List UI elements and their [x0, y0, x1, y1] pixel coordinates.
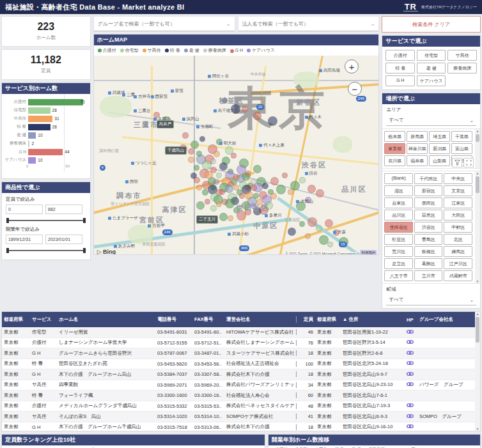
map-bubble-care[interactable] [214, 179, 219, 185]
table-header-cell[interactable]: サービス [30, 316, 57, 323]
table-row[interactable]: 東京都サ高住そんぽの家S 烏山03-5314-102003-5314-10..S… [2, 412, 480, 422]
area-dropdown[interactable]: すべて ⌄ [386, 115, 476, 126]
prefecture-button[interactable]: 東京都 [384, 143, 405, 154]
focus-mode-icon[interactable] [463, 158, 474, 167]
municipality-button[interactable]: 武蔵野市 [444, 270, 472, 281]
map-bubble-sako[interactable] [305, 233, 311, 239]
prefecture-button[interactable]: 石川県 [384, 155, 405, 166]
prefecture-scrollbar[interactable]: ▲ [475, 129, 480, 168]
table-row[interactable]: 東京都G H木下の介護 グループホーム千歳烏山03-5315-751803-53… [2, 422, 480, 432]
table-row[interactable]: 東京都G Hグループホームきらら世田谷野沢03-5787-006703-3487… [2, 348, 480, 359]
municipality-button[interactable]: 葛飾区 [414, 258, 443, 269]
map-bubble-tokuyo[interactable] [268, 116, 277, 126]
municipality-button[interactable]: 中野区 [444, 222, 472, 233]
slider-handle-left[interactable] [6, 218, 9, 223]
map-bubble-ryoyo[interactable] [210, 158, 216, 164]
municipality-button[interactable]: 板橋区 [414, 246, 443, 257]
prefecture-button[interactable]: 福井県 [407, 155, 428, 166]
municipality-button[interactable]: 台東区 [384, 197, 413, 208]
map-bubble-roken[interactable] [196, 155, 206, 164]
map-bubble-sako[interactable] [214, 151, 220, 157]
map-zoom-out-button[interactable]: − [348, 82, 362, 96]
map-bubble-sako[interactable] [196, 185, 202, 190]
map-bubble-kaigo[interactable] [190, 141, 199, 149]
municipality-button[interactable]: 立川市 [414, 270, 443, 281]
map-bubble-kaigo[interactable] [253, 165, 261, 173]
municipality-button[interactable]: 江東区 [444, 197, 472, 208]
prefecture-button[interactable]: 神奈川県 [407, 143, 428, 154]
map-bubble-gh[interactable] [251, 185, 257, 191]
map-bubble-tokuyo[interactable] [219, 162, 228, 171]
municipality-button[interactable]: 八王子市 [384, 270, 413, 281]
corp-search-combo[interactable]: 法人名で検索（一部でも可） ⌄ [238, 16, 380, 31]
map-bubble-kaigo[interactable] [276, 185, 286, 194]
municipality-button[interactable]: 墨田区 [414, 197, 443, 208]
municipality-button[interactable]: 大田区 [444, 210, 472, 220]
map-terms-link[interactable]: 利用規約 [360, 250, 377, 255]
opening-range-slider[interactable] [6, 247, 86, 254]
map-bubble-sako[interactable] [270, 193, 277, 199]
website-link-icon[interactable] [405, 339, 417, 346]
map-bubble-gh[interactable] [239, 193, 245, 199]
capacity-min-input[interactable] [6, 205, 43, 214]
map-bubble-gh[interactable] [182, 132, 189, 139]
service-filter-button[interactable]: 老 健 [417, 63, 446, 73]
map-bubble-sako[interactable] [228, 215, 233, 221]
bar[interactable] [28, 141, 29, 147]
table-header-cell[interactable]: HP [405, 317, 417, 323]
bar[interactable] [28, 124, 51, 130]
table-header-cell[interactable]: 都道府県 [2, 316, 30, 323]
scroll-down-icon[interactable]: ▼ [476, 427, 479, 431]
map-bubble-sako[interactable] [188, 157, 194, 163]
map-bubble-gh[interactable] [282, 173, 288, 178]
municipality-button[interactable]: 江戸川区 [444, 258, 472, 269]
website-link-icon[interactable] [405, 413, 417, 420]
table-row[interactable]: 東京都介護付メディカルホームグランダ千歳烏山03-5315-533203-531… [2, 401, 480, 412]
map-bubble-tokuyo[interactable] [288, 228, 296, 236]
prefecture-button[interactable]: 群馬県 [407, 131, 428, 142]
slider-handle-right[interactable] [83, 218, 86, 223]
website-link-icon[interactable] [405, 424, 417, 430]
map-bubble-sako[interactable] [216, 201, 222, 207]
prefecture-button[interactable]: 千葉県 [451, 131, 472, 142]
service-filter-button[interactable]: ケアハウス [417, 75, 446, 86]
capacity-max-input[interactable] [45, 205, 82, 214]
map-bubble-kaigo[interactable] [194, 165, 199, 171]
group-search-combo[interactable]: グループ名で検索（一部でも可） ⌄ [93, 16, 235, 31]
map-bubble-gh[interactable] [307, 217, 317, 227]
service-filter-button[interactable]: 住宅型 [417, 50, 446, 61]
map-bubble-kaigo[interactable] [196, 201, 205, 210]
municipality-button[interactable]: 渋谷区 [414, 222, 443, 233]
map-bubble-tokuyo[interactable] [262, 183, 268, 189]
table-header-cell[interactable]: 定員 [296, 316, 315, 323]
website-link-icon[interactable] [405, 403, 417, 409]
map-bubble-roken[interactable] [225, 185, 233, 193]
service-filter-button[interactable]: 療養病床 [447, 63, 477, 73]
map-bubble-gh[interactable] [316, 189, 324, 197]
map-bubble-gh[interactable] [194, 177, 200, 183]
table-row[interactable]: 東京都特 養世田谷区立きたざわ苑03-5453-562003-5453-56..… [2, 359, 480, 370]
prefecture-button[interactable]: 富山県 [451, 143, 472, 154]
map-bubble-jutaku[interactable] [299, 177, 306, 183]
table-header-cell[interactable]: FAX番号 [192, 316, 224, 323]
map-bubble-jutaku[interactable] [327, 242, 333, 247]
map-bubble-sako[interactable] [288, 189, 293, 195]
map-bubble-tokuyo[interactable] [199, 136, 205, 142]
municipality-button[interactable]: 足立区 [384, 258, 413, 269]
prefecture-button[interactable]: 山梨県 [429, 155, 450, 166]
service-filter-button[interactable]: サ高住 [447, 50, 477, 61]
map-bubble-gh[interactable] [307, 185, 316, 193]
map-bubble-gh[interactable] [270, 177, 279, 185]
municipality-button[interactable]: 練馬区 [444, 246, 472, 257]
municipality-button[interactable]: 新宿区 [414, 185, 443, 196]
prefecture-button[interactable]: 栃木県 [384, 131, 405, 142]
map-bubble-gh[interactable] [325, 219, 333, 228]
scroll-up-icon[interactable]: ▲ [476, 129, 479, 133]
municipality-button[interactable]: (Blank) [384, 173, 413, 184]
table-header-cell[interactable]: 都道府県 [315, 316, 341, 323]
opening-max-input[interactable] [45, 235, 82, 244]
filter-icon[interactable] [452, 158, 462, 167]
map-bubble-kaigo[interactable] [219, 213, 228, 221]
map-bubble-jutaku[interactable] [216, 173, 222, 178]
municipality-button[interactable]: 港区 [384, 185, 413, 196]
